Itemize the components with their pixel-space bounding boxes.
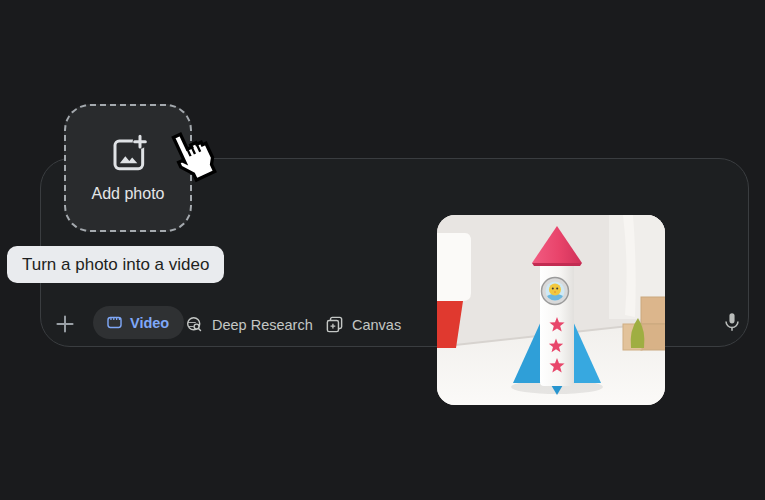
tool-video-chip[interactable]: Video (93, 306, 184, 339)
mic-button[interactable] (718, 309, 746, 337)
add-button[interactable] (52, 311, 78, 337)
plus-icon (52, 311, 78, 337)
add-photo-label: Add photo (92, 185, 165, 203)
canvas-icon (325, 315, 344, 334)
tooltip-text: Turn a photo into a video (22, 255, 209, 274)
deep-research-icon (185, 315, 204, 334)
tool-video-label: Video (130, 315, 169, 331)
tool-deep-research[interactable]: Deep Research (181, 309, 317, 340)
tool-deep-research-label: Deep Research (212, 317, 313, 333)
rocket-photo-illustration (437, 215, 665, 405)
tool-canvas-label: Canvas (352, 317, 401, 333)
video-icon (106, 314, 123, 331)
add-photo-icon (108, 134, 148, 174)
add-photo-button[interactable]: Add photo (64, 104, 192, 232)
tooltip: Turn a photo into a video (7, 246, 224, 283)
rocket-photo[interactable] (437, 215, 665, 405)
tool-canvas[interactable]: Canvas (321, 309, 405, 340)
mic-icon (721, 311, 743, 333)
gemini-composer-screen: Video Deep Research (0, 0, 765, 500)
